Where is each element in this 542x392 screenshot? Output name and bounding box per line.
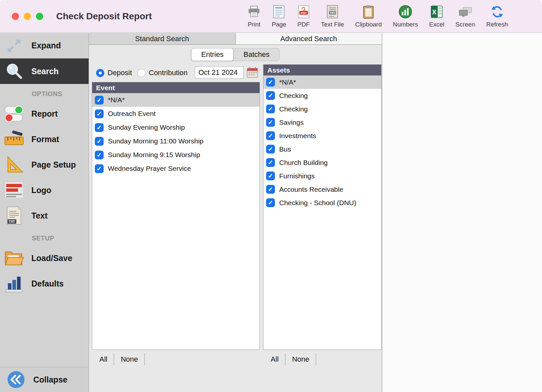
titlebar: Check Deposit Report Print <box>0 0 542 33</box>
tab-standard-search[interactable]: Standard Search <box>89 33 236 44</box>
asset-list-item[interactable]: ✓ Accounts Receivable <box>263 183 381 196</box>
sidebar-item-label: Collapse <box>33 375 67 384</box>
event-item-label: Sunday Evening Worship <box>108 123 185 131</box>
sidebar-item-format[interactable]: Format <box>0 126 89 152</box>
assets-all-button[interactable]: All <box>264 353 285 365</box>
tab-advanced-search[interactable]: Advanced Search <box>236 33 382 44</box>
sidebar-item-defaults[interactable]: Defaults <box>0 271 89 296</box>
checkbox-checked-icon[interactable]: ✓ <box>266 158 275 167</box>
asset-list-item[interactable]: ✓ Checking <box>263 89 381 102</box>
sidebar-item-logo[interactable]: Logo <box>0 177 89 203</box>
logo-bars-icon <box>3 179 25 201</box>
deposit-radio[interactable] <box>96 69 104 77</box>
asset-list-item[interactable]: ✓ Church Building <box>263 156 381 169</box>
deposit-radio-group[interactable]: Deposit <box>96 67 132 79</box>
calendar-icon[interactable] <box>246 67 258 78</box>
pdf-button[interactable]: PDF PDF <box>297 5 310 28</box>
event-item-label: Wednesday Prayer Service <box>108 165 191 172</box>
event-list-item[interactable]: ✓ Wednesday Prayer Service <box>92 162 260 175</box>
sidebar-item-label: Expand <box>31 41 61 50</box>
deposit-radio-label: Deposit <box>108 69 132 77</box>
assets-panel: Assets ✓ *N/A* ✓ Checking ✓ Checking ✓ S… <box>263 64 381 350</box>
asset-list-item[interactable]: ✓ Bus <box>263 142 381 156</box>
excel-icon: X <box>430 5 443 19</box>
screen-button[interactable]: Screen <box>455 5 475 28</box>
page-icon <box>273 5 284 19</box>
asset-list-item[interactable]: ✓ Checking - School (DNU) <box>263 196 381 209</box>
sidebar-item-load-save[interactable]: Load/Save <box>0 245 89 271</box>
sidebar-item-page-setup[interactable]: Page Setup <box>0 152 89 177</box>
checkbox-checked-icon[interactable]: ✓ <box>266 131 275 140</box>
checkbox-checked-icon[interactable]: ✓ <box>266 145 275 154</box>
event-list-item[interactable]: ✓ *N/A* <box>92 93 260 107</box>
entries-batches-segmented-control: Entries Batches <box>191 48 280 61</box>
event-list-item[interactable]: ✓ Sunday Morning 11:00 Worship <box>92 134 260 148</box>
event-none-button[interactable]: None <box>114 353 145 365</box>
pdf-icon: PDF <box>298 5 309 19</box>
segment-batches[interactable]: Batches <box>234 48 279 61</box>
event-list-item[interactable]: ✓ Sunday Morning 9:15 Worship <box>92 148 260 162</box>
event-list-item[interactable]: ✓ Sunday Evening Worship <box>92 121 260 134</box>
event-list-item[interactable]: ✓ Outreach Event <box>92 107 260 121</box>
checkbox-checked-icon[interactable]: ✓ <box>266 118 275 127</box>
printer-icon <box>247 5 261 19</box>
event-all-button[interactable]: All <box>93 353 114 365</box>
page-button[interactable]: Page <box>272 5 286 28</box>
text-file-button[interactable]: TXT Text File <box>321 5 344 28</box>
svg-text:PDF: PDF <box>301 11 307 15</box>
asset-list-item[interactable]: ✓ Investments <box>263 129 381 142</box>
expand-icon <box>3 35 25 57</box>
clipboard-button[interactable]: Clipboard <box>355 5 381 28</box>
tool-label: Page <box>272 21 286 28</box>
checkbox-checked-icon[interactable]: ✓ <box>266 91 275 100</box>
asset-list-item[interactable]: ✓ Savings <box>263 116 381 129</box>
sidebar-item-report[interactable]: Report <box>0 101 89 126</box>
checkbox-checked-icon[interactable]: ✓ <box>95 164 104 173</box>
checkbox-checked-icon[interactable]: ✓ <box>266 105 275 113</box>
print-button[interactable]: Print <box>247 5 261 28</box>
refresh-button[interactable]: Refresh <box>486 5 508 28</box>
bar-chart-icon <box>3 273 25 294</box>
asset-item-label: Checking <box>279 92 308 100</box>
checkbox-checked-icon[interactable]: ✓ <box>266 185 275 194</box>
checkbox-checked-icon[interactable]: ✓ <box>95 151 104 159</box>
search-icon <box>3 60 25 82</box>
asset-list-item[interactable]: ✓ Furnishings <box>263 169 381 183</box>
asset-item-label: *N/A* <box>279 78 296 86</box>
sidebar-item-text[interactable]: TXT Text <box>0 203 89 228</box>
screen-icon <box>458 5 472 19</box>
contribution-radio-group[interactable]: Contribution <box>137 67 188 79</box>
zoom-window-button[interactable] <box>36 13 43 20</box>
checkbox-checked-icon[interactable]: ✓ <box>266 198 275 207</box>
checkbox-checked-icon[interactable]: ✓ <box>95 123 104 132</box>
excel-button[interactable]: X Excel <box>429 5 444 28</box>
tool-label: Print <box>248 21 261 28</box>
contribution-radio[interactable] <box>137 69 145 77</box>
sidebar-item-collapse[interactable]: Collapse <box>0 367 89 392</box>
sidebar-options-header: OPTIONS <box>0 87 89 101</box>
tool-label: Refresh <box>486 21 508 28</box>
asset-list-item[interactable]: ✓ *N/A* <box>263 75 381 89</box>
traffic-lights <box>12 13 43 20</box>
assets-none-button[interactable]: None <box>285 353 316 365</box>
clipboard-icon <box>363 5 374 19</box>
asset-list-item[interactable]: ✓ Checking <box>263 102 381 116</box>
close-window-button[interactable] <box>12 13 19 20</box>
checkbox-checked-icon[interactable]: ✓ <box>95 109 104 118</box>
segment-entries[interactable]: Entries <box>191 48 234 61</box>
sidebar-item-search[interactable]: Search <box>0 58 89 84</box>
numbers-button[interactable]: Numbers <box>393 5 418 28</box>
checkbox-checked-icon[interactable]: ✓ <box>266 172 275 180</box>
tool-label: Screen <box>455 21 475 28</box>
checkbox-checked-icon[interactable]: ✓ <box>266 78 275 87</box>
checkbox-checked-icon[interactable]: ✓ <box>95 96 104 105</box>
sidebar-item-label: Load/Save <box>31 253 72 263</box>
date-input[interactable] <box>195 66 244 79</box>
minimize-window-button[interactable] <box>24 13 31 20</box>
text-file-icon: TXT <box>327 5 338 19</box>
report-preview-panel <box>382 33 542 392</box>
sidebar-item-label: Search <box>31 67 59 76</box>
asset-item-label: Bus <box>279 145 291 153</box>
sidebar-item-expand[interactable]: Expand <box>0 33 89 58</box>
checkbox-checked-icon[interactable]: ✓ <box>95 137 104 146</box>
